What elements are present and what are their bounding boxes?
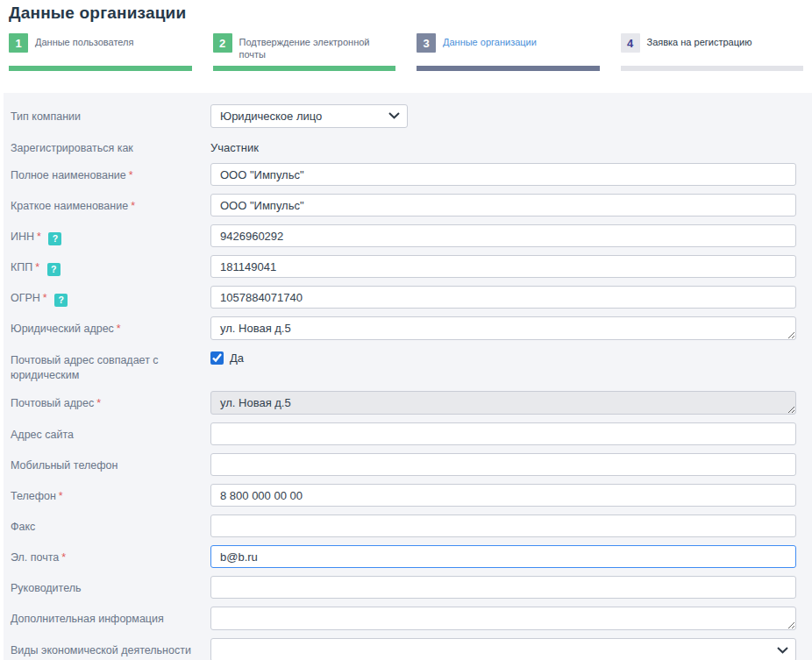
step-number-badge: 1 [9, 33, 28, 53]
step-head: 3Данные организации [417, 33, 600, 54]
step-head: 4Заявка на регистрацию [621, 33, 804, 54]
inn-input[interactable] [210, 224, 796, 247]
economic-activity-label: Виды экономической деятельности [4, 638, 210, 658]
postal-address-control [210, 391, 796, 415]
head-label: Руководитель [4, 576, 210, 596]
company-type-control: Юридическое лицо [210, 104, 796, 128]
phone-input[interactable] [210, 484, 796, 507]
step-progress-bar [213, 66, 396, 71]
fax-label: Факс [4, 515, 210, 535]
head-control [210, 576, 796, 599]
field-row-kpp: КПП* ? [4, 255, 796, 278]
email-label-text: Эл. почта [11, 551, 59, 564]
website-label: Адрес сайта [4, 422, 210, 443]
ogrn-label: ОГРН* ? [4, 286, 210, 307]
postal-address-textarea[interactable] [210, 391, 796, 415]
field-row-website: Адрес сайта [4, 422, 796, 445]
ogrn-control [210, 286, 796, 309]
step-label: Данные пользователя [35, 33, 133, 48]
stepper-step-4[interactable]: 4Заявка на регистрацию [621, 33, 804, 71]
required-asterisk: * [96, 397, 101, 409]
full-name-label: Полное наименование* [4, 163, 210, 183]
economic-activity-control [210, 638, 796, 660]
kpp-input[interactable] [210, 255, 796, 278]
website-label-text: Адрес сайта [11, 429, 74, 441]
phone-label: Телефон* [4, 484, 210, 504]
step-number-badge: 2 [213, 33, 232, 53]
field-row-company-type: Тип компанииЮридическое лицо [4, 104, 796, 128]
short-name-label-text: Краткое наименование [11, 200, 128, 212]
economic-activity-label-text: Виды экономической деятельности [11, 644, 191, 656]
website-control [210, 422, 796, 445]
mobile-phone-input[interactable] [210, 453, 796, 476]
additional-info-textarea[interactable] [210, 607, 796, 630]
help-icon[interactable]: ? [48, 232, 61, 245]
postal-same-checkbox[interactable] [210, 351, 224, 365]
field-row-legal-address: Юридический адрес* [4, 316, 796, 340]
economic-activity-select-wrap [210, 638, 796, 660]
postal-same-control: Да [210, 348, 796, 368]
postal-address-label: Почтовый адрес* [4, 391, 210, 411]
postal-same-checkbox-wrap[interactable]: Да [210, 348, 244, 365]
legal-address-label-text: Юридический адрес [11, 323, 114, 335]
field-row-inn: ИНН* ? [4, 224, 796, 247]
step-number-badge: 4 [621, 33, 640, 53]
register-as-label-text: Зарегистрироваться как [11, 142, 133, 154]
stepper-step-3[interactable]: 3Данные организации [417, 33, 600, 71]
full-name-control [210, 163, 796, 186]
kpp-label-text: КПП [11, 261, 32, 273]
additional-info-label: Дополнительная информация [4, 607, 210, 627]
fax-control [210, 515, 796, 537]
mobile-phone-label: Мобильный телефон [4, 453, 210, 473]
company-type-label-text: Тип компании [11, 110, 81, 123]
help-icon[interactable]: ? [54, 294, 68, 307]
website-input[interactable] [210, 422, 796, 445]
required-asterisk: * [43, 292, 47, 304]
field-row-register-as: Зарегистрироваться какУчастник [4, 136, 796, 156]
required-asterisk: * [35, 261, 39, 273]
step-label: Данные организации [443, 33, 537, 48]
stepper: 1Данные пользователя2Подтверждение элект… [9, 33, 803, 71]
legal-address-textarea[interactable] [210, 316, 796, 340]
registration-page: Данные организации 1Данные пользователя2… [0, 4, 812, 660]
email-label: Эл. почта* [4, 545, 210, 565]
required-asterisk: * [131, 200, 135, 212]
stepper-step-2[interactable]: 2Подтверждение электронной почты [213, 33, 396, 71]
step-number-badge: 3 [417, 33, 436, 53]
fax-input[interactable] [210, 515, 796, 537]
short-name-control [210, 194, 796, 216]
inn-control [210, 224, 796, 247]
field-row-head: Руководитель [4, 576, 796, 599]
field-row-postal-same: Почтовый адрес совпадает с юридическимДа [4, 348, 796, 383]
register-as-label: Зарегистрироваться как [4, 136, 210, 156]
step-progress-bar [621, 66, 804, 71]
organization-form: Тип компанииЮридическое лицоЗарегистриро… [4, 93, 812, 660]
additional-info-control [210, 607, 796, 630]
step-head: 2Подтверждение электронной почты [213, 33, 396, 61]
stepper-step-1[interactable]: 1Данные пользователя [9, 33, 192, 71]
company-type-select-wrap: Юридическое лицо [210, 104, 408, 128]
full-name-label-text: Полное наименование [11, 169, 126, 181]
step-progress-bar [417, 66, 600, 71]
full-name-input[interactable] [210, 163, 796, 186]
email-input[interactable] [210, 545, 796, 568]
step-label: Заявка на регистрацию [647, 33, 752, 48]
postal-same-label-text: Почтовый адрес совпадает с юридическим [11, 354, 159, 381]
step-head: 1Данные пользователя [9, 33, 192, 54]
postal-address-label-text: Почтовый адрес [11, 397, 94, 409]
help-icon[interactable]: ? [47, 263, 61, 276]
required-asterisk: * [61, 551, 66, 564]
required-asterisk: * [37, 231, 41, 243]
kpp-control [210, 255, 796, 278]
step-label: Подтверждение электронной почты [239, 33, 396, 61]
short-name-input[interactable] [210, 194, 796, 216]
ogrn-input[interactable] [210, 286, 796, 309]
field-row-fax: Факс [4, 515, 796, 537]
inn-label: ИНН* ? [4, 224, 210, 245]
economic-activity-select[interactable] [210, 638, 796, 660]
company-type-select[interactable]: Юридическое лицо [210, 104, 408, 128]
head-input[interactable] [210, 576, 796, 599]
phone-label-text: Телефон [11, 490, 56, 502]
phone-control [210, 484, 796, 507]
company-type-label: Тип компании [4, 104, 210, 124]
